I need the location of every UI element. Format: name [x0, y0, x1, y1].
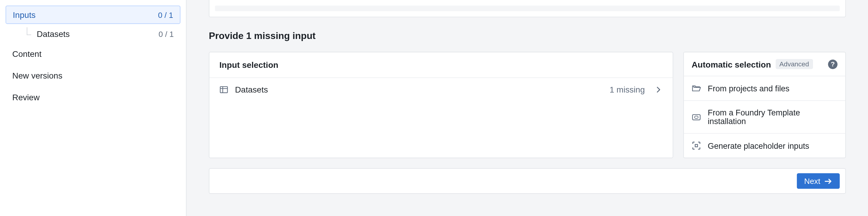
folder-open-icon — [692, 84, 701, 93]
chevron-right-icon — [655, 85, 662, 93]
footer-card: Next — [209, 168, 846, 194]
sidebar-item-label: Inputs — [13, 10, 36, 20]
automatic-selection-header: Automatic selection Advanced ? — [684, 52, 845, 76]
input-row-datasets[interactable]: Datasets 1 missing — [209, 78, 673, 101]
main-content: Provide 1 missing input Input selection … — [187, 0, 868, 216]
help-icon[interactable]: ? — [828, 59, 838, 69]
sidebar-item-count: 0 / 1 — [158, 10, 173, 19]
advanced-badge: Advanced — [775, 59, 813, 69]
sidebar-item-review[interactable]: Review — [6, 87, 181, 107]
sidebar-subitem-label: Datasets — [37, 29, 70, 38]
sidebar-item-new-versions[interactable]: New versions — [6, 65, 181, 86]
link-icon — [692, 112, 701, 122]
svg-rect-0 — [220, 86, 227, 93]
automatic-selection-title: Automatic selection — [692, 59, 771, 69]
auto-item-projects-files[interactable]: From projects and files — [684, 76, 845, 100]
auto-item-template-install[interactable]: From a Foundry Template installation — [684, 101, 845, 133]
input-selection-header: Input selection — [209, 52, 673, 78]
auto-item-generate-placeholder[interactable]: Generate placeholder inputs — [684, 133, 845, 157]
arrow-right-icon — [824, 177, 833, 185]
sidebar-subitem-datasets[interactable]: Datasets 0 / 1 — [10, 25, 181, 42]
sidebar-item-inputs[interactable]: Inputs 0 / 1 — [6, 6, 181, 24]
svg-rect-3 — [692, 114, 700, 120]
sidebar: Inputs 0 / 1 Datasets 0 / 1 Content New … — [0, 0, 187, 216]
next-button-label: Next — [804, 177, 820, 185]
auto-item-label: From projects and files — [708, 84, 789, 93]
svg-rect-4 — [695, 145, 698, 147]
auto-item-label: From a Foundry Template installation — [708, 108, 837, 126]
sidebar-item-content[interactable]: Content — [6, 43, 181, 64]
placeholder-bar — [215, 6, 840, 11]
table-icon — [220, 85, 228, 94]
input-row-status: 1 missing — [610, 85, 645, 94]
next-button[interactable]: Next — [797, 173, 840, 189]
tree-connector-icon — [27, 27, 31, 35]
automatic-selection-card: Automatic selection Advanced ? From proj… — [683, 52, 846, 158]
input-selection-card: Input selection Datasets 1 missing — [209, 52, 673, 158]
top-card — [209, 0, 846, 17]
auto-item-label: Generate placeholder inputs — [708, 141, 809, 150]
input-row-label: Datasets — [235, 85, 268, 94]
generate-icon — [692, 141, 701, 151]
section-title: Provide 1 missing input — [209, 31, 846, 42]
sidebar-subitem-count: 0 / 1 — [159, 29, 174, 38]
